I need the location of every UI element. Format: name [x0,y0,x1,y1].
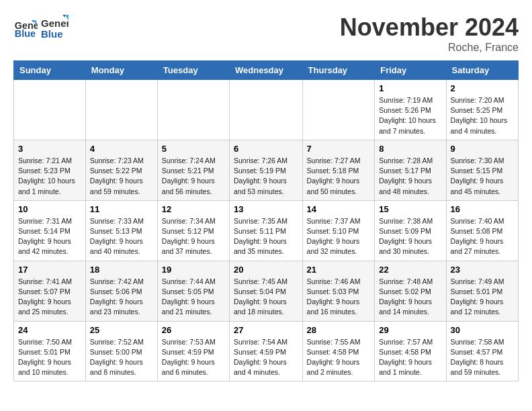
calendar-week-row: 1Sunrise: 7:19 AM Sunset: 5:26 PM Daylig… [14,80,519,140]
day-info: Sunrise: 7:58 AM Sunset: 4:57 PM Dayligh… [451,337,514,378]
calendar-cell [14,80,86,140]
svg-text:Blue: Blue [41,28,63,40]
day-number: 2 [451,83,514,93]
day-info: Sunrise: 7:37 AM Sunset: 5:10 PM Dayligh… [307,216,371,257]
day-number: 29 [379,325,441,335]
day-info: Sunrise: 7:21 AM Sunset: 5:23 PM Dayligh… [18,156,81,197]
calendar-cell: 30Sunrise: 7:58 AM Sunset: 4:57 PM Dayli… [446,321,518,381]
day-number: 8 [379,144,441,154]
calendar-cell: 9Sunrise: 7:30 AM Sunset: 5:15 PM Daylig… [446,140,518,200]
day-number: 26 [162,325,225,335]
weekday-header-monday: Monday [85,61,157,80]
calendar-cell: 24Sunrise: 7:50 AM Sunset: 5:01 PM Dayli… [14,321,86,381]
calendar-cell: 23Sunrise: 7:49 AM Sunset: 5:01 PM Dayli… [446,261,518,321]
day-number: 30 [451,325,514,335]
day-info: Sunrise: 7:53 AM Sunset: 4:59 PM Dayligh… [162,337,225,378]
general-blue-logo-graphic: General Blue [40,13,69,42]
day-number: 22 [379,265,441,275]
location: Roche, France [340,42,519,54]
day-info: Sunrise: 7:40 AM Sunset: 5:08 PM Dayligh… [451,216,514,257]
day-info: Sunrise: 7:48 AM Sunset: 5:02 PM Dayligh… [379,277,441,318]
calendar-cell: 11Sunrise: 7:33 AM Sunset: 5:13 PM Dayli… [85,200,157,261]
month-title: November 2024 [340,13,519,42]
calendar-cell: 28Sunrise: 7:55 AM Sunset: 4:58 PM Dayli… [302,321,375,381]
weekday-header-thursday: Thursday [302,61,375,80]
calendar-cell [230,80,303,140]
calendar-cell: 7Sunrise: 7:27 AM Sunset: 5:18 PM Daylig… [302,140,375,200]
calendar-cell [302,80,375,140]
day-number: 5 [162,144,225,154]
day-number: 9 [451,144,514,154]
day-info: Sunrise: 7:30 AM Sunset: 5:15 PM Dayligh… [451,156,514,197]
calendar-cell: 21Sunrise: 7:46 AM Sunset: 5:03 PM Dayli… [302,261,375,321]
day-number: 21 [307,265,371,275]
day-info: Sunrise: 7:41 AM Sunset: 5:07 PM Dayligh… [18,277,81,318]
calendar-cell: 22Sunrise: 7:48 AM Sunset: 5:02 PM Dayli… [375,261,446,321]
calendar-cell: 8Sunrise: 7:28 AM Sunset: 5:17 PM Daylig… [375,140,446,200]
svg-text:Blue: Blue [15,28,36,39]
day-info: Sunrise: 7:55 AM Sunset: 4:58 PM Dayligh… [307,337,371,378]
calendar-week-row: 10Sunrise: 7:31 AM Sunset: 5:14 PM Dayli… [14,200,519,261]
weekday-header-saturday: Saturday [446,61,518,80]
logo: General Blue General Blue [13,13,69,42]
day-info: Sunrise: 7:34 AM Sunset: 5:12 PM Dayligh… [162,216,225,257]
day-number: 11 [90,204,153,214]
calendar-cell: 20Sunrise: 7:45 AM Sunset: 5:04 PM Dayli… [230,261,303,321]
calendar-week-row: 24Sunrise: 7:50 AM Sunset: 5:01 PM Dayli… [14,321,519,381]
day-info: Sunrise: 7:24 AM Sunset: 5:21 PM Dayligh… [162,156,225,197]
day-info: Sunrise: 7:46 AM Sunset: 5:03 PM Dayligh… [307,277,371,318]
svg-text:General: General [41,17,69,29]
day-number: 7 [307,144,371,154]
logo-icon: General Blue [13,15,38,40]
title-block: November 2024 Roche, France [340,13,519,54]
day-number: 6 [234,144,298,154]
day-info: Sunrise: 7:35 AM Sunset: 5:11 PM Dayligh… [234,216,298,257]
day-info: Sunrise: 7:45 AM Sunset: 5:04 PM Dayligh… [234,277,298,318]
day-number: 23 [451,265,514,275]
day-number: 1 [379,83,441,93]
day-number: 17 [18,265,81,275]
day-info: Sunrise: 7:54 AM Sunset: 4:59 PM Dayligh… [234,337,298,378]
calendar-cell: 6Sunrise: 7:26 AM Sunset: 5:19 PM Daylig… [230,140,303,200]
day-number: 10 [18,204,81,214]
day-number: 24 [18,325,81,335]
calendar-cell: 13Sunrise: 7:35 AM Sunset: 5:11 PM Dayli… [230,200,303,261]
day-number: 15 [379,204,441,214]
day-number: 14 [307,204,371,214]
day-number: 18 [90,265,153,275]
day-number: 12 [162,204,225,214]
day-info: Sunrise: 7:31 AM Sunset: 5:14 PM Dayligh… [18,216,81,257]
day-info: Sunrise: 7:26 AM Sunset: 5:19 PM Dayligh… [234,156,298,197]
day-number: 27 [234,325,298,335]
page-header: General Blue General Blue November 2024 … [13,13,519,54]
day-info: Sunrise: 7:57 AM Sunset: 4:58 PM Dayligh… [379,337,441,378]
calendar-cell: 16Sunrise: 7:40 AM Sunset: 5:08 PM Dayli… [446,200,518,261]
day-info: Sunrise: 7:50 AM Sunset: 5:01 PM Dayligh… [18,337,81,378]
day-info: Sunrise: 7:42 AM Sunset: 5:06 PM Dayligh… [90,277,153,318]
day-info: Sunrise: 7:33 AM Sunset: 5:13 PM Dayligh… [90,216,153,257]
day-info: Sunrise: 7:23 AM Sunset: 5:22 PM Dayligh… [90,156,153,197]
day-number: 4 [90,144,153,154]
calendar-cell: 18Sunrise: 7:42 AM Sunset: 5:06 PM Dayli… [85,261,157,321]
calendar-cell: 1Sunrise: 7:19 AM Sunset: 5:26 PM Daylig… [375,80,446,140]
day-info: Sunrise: 7:49 AM Sunset: 5:01 PM Dayligh… [451,277,514,318]
weekday-header-wednesday: Wednesday [230,61,303,80]
calendar-cell: 17Sunrise: 7:41 AM Sunset: 5:07 PM Dayli… [14,261,86,321]
day-info: Sunrise: 7:28 AM Sunset: 5:17 PM Dayligh… [379,156,441,197]
calendar-cell: 15Sunrise: 7:38 AM Sunset: 5:09 PM Dayli… [375,200,446,261]
day-number: 28 [307,325,371,335]
weekday-header-row: SundayMondayTuesdayWednesdayThursdayFrid… [14,61,519,80]
calendar-cell: 14Sunrise: 7:37 AM Sunset: 5:10 PM Dayli… [302,200,375,261]
day-info: Sunrise: 7:20 AM Sunset: 5:25 PM Dayligh… [451,95,514,136]
calendar-cell [85,80,157,140]
day-number: 20 [234,265,298,275]
day-number: 25 [90,325,153,335]
day-number: 19 [162,265,225,275]
calendar-table: SundayMondayTuesdayWednesdayThursdayFrid… [13,60,519,381]
calendar-cell: 10Sunrise: 7:31 AM Sunset: 5:14 PM Dayli… [14,200,86,261]
calendar-cell: 29Sunrise: 7:57 AM Sunset: 4:58 PM Dayli… [375,321,446,381]
day-info: Sunrise: 7:27 AM Sunset: 5:18 PM Dayligh… [307,156,371,197]
day-info: Sunrise: 7:44 AM Sunset: 5:05 PM Dayligh… [162,277,225,318]
day-number: 3 [18,144,81,154]
calendar-cell: 25Sunrise: 7:52 AM Sunset: 5:00 PM Dayli… [85,321,157,381]
